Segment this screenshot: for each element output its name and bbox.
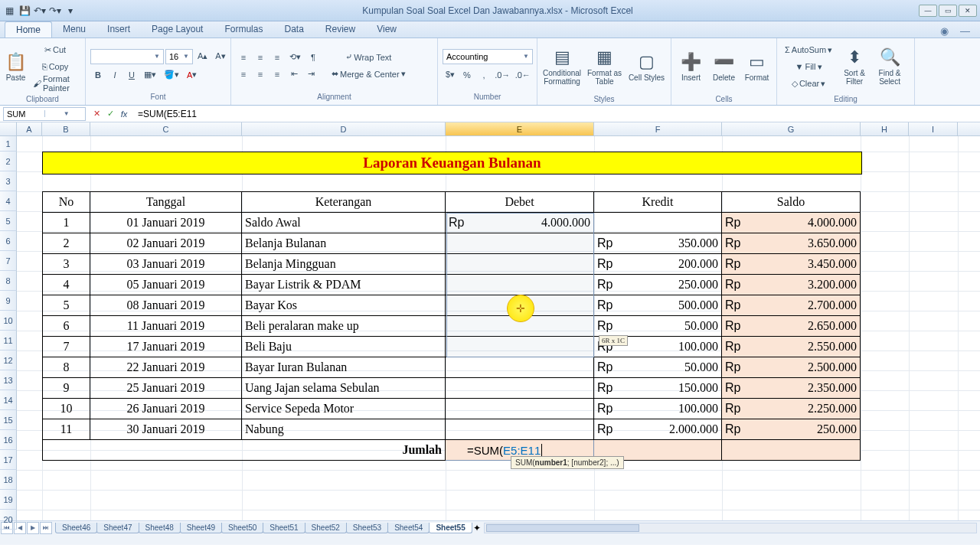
row-header-12[interactable]: 12 bbox=[0, 350, 17, 370]
cell[interactable]: 01 Januari 2019 bbox=[90, 213, 242, 233]
table-row[interactable]: 101 Januari 2019Saldo AwalRp4.000.000Rp4… bbox=[43, 213, 861, 233]
cell[interactable]: Rp50.000 bbox=[594, 316, 722, 337]
data-table[interactable]: NoTanggalKeteranganDebetKreditSaldo101 J… bbox=[42, 191, 861, 461]
cell[interactable]: 22 Januari 2019 bbox=[90, 357, 242, 378]
sheet-tab-sheet55[interactable]: Sheet55 bbox=[429, 523, 472, 533]
cell[interactable] bbox=[594, 213, 722, 233]
row-header-14[interactable]: 14 bbox=[0, 390, 17, 410]
cell[interactable]: 8 bbox=[43, 357, 90, 378]
indent-increase-button[interactable]: ⇥ bbox=[303, 67, 318, 82]
align-top-button[interactable]: ≡ bbox=[236, 50, 251, 65]
cell[interactable]: Beli peralaran make up bbox=[242, 316, 446, 337]
cell[interactable]: 5 bbox=[43, 295, 90, 316]
column-header-F[interactable]: F bbox=[594, 122, 722, 135]
cell[interactable]: 08 Januari 2019 bbox=[90, 295, 242, 316]
cell[interactable]: Uang Jajan selama Sebulan bbox=[242, 378, 446, 399]
sort-filter-button[interactable]: ⬍Sort & Filter bbox=[838, 41, 871, 92]
row-header-6[interactable]: 6 bbox=[0, 231, 17, 251]
sheet-tab-sheet52[interactable]: Sheet52 bbox=[305, 523, 347, 533]
column-header-G[interactable]: G bbox=[722, 122, 861, 135]
cancel-formula-icon[interactable]: ✕ bbox=[90, 108, 103, 120]
align-center-button[interactable]: ≡ bbox=[253, 67, 268, 82]
cell[interactable]: 11 Januari 2019 bbox=[90, 316, 242, 337]
cell[interactable]: Belanja Bulanan bbox=[242, 233, 446, 254]
cell[interactable]: 25 Januari 2019 bbox=[90, 378, 242, 399]
align-left-button[interactable]: ≡ bbox=[236, 67, 251, 82]
ribbon-tab-insert[interactable]: Insert bbox=[96, 21, 141, 37]
cell[interactable] bbox=[446, 399, 594, 419]
name-box-dropdown-icon[interactable]: ▼ bbox=[44, 110, 86, 117]
paste-button[interactable]: 📋Paste bbox=[5, 41, 27, 92]
row-header-20[interactable]: 20 bbox=[0, 510, 17, 530]
table-row[interactable]: 822 Januari 2019Bayar Iuran BulananRp50.… bbox=[43, 357, 861, 378]
cell[interactable]: Nabung bbox=[242, 419, 446, 440]
cell[interactable] bbox=[446, 378, 594, 399]
cell[interactable]: 7 bbox=[43, 337, 90, 357]
tab-nav-next[interactable]: ▶ bbox=[27, 522, 39, 534]
cell[interactable]: Rp2.250.000 bbox=[722, 399, 861, 419]
cell[interactable] bbox=[446, 316, 594, 337]
autosum-button[interactable]: Σ AutoSum ▾ bbox=[782, 42, 835, 57]
header-kredit[interactable]: Kredit bbox=[594, 192, 722, 213]
column-header-A[interactable]: A bbox=[17, 122, 42, 135]
ribbon-tab-data[interactable]: Data bbox=[273, 21, 314, 37]
sheet-tab-sheet49[interactable]: Sheet49 bbox=[180, 523, 222, 533]
cell[interactable]: Saldo Awal bbox=[242, 213, 446, 233]
cell[interactable]: Rp3.450.000 bbox=[722, 254, 861, 275]
cell[interactable]: Rp200.000 bbox=[594, 254, 722, 275]
copy-button[interactable]: ⎘ Copy bbox=[30, 59, 80, 74]
cell[interactable]: Bayar Listrik & PDAM bbox=[242, 275, 446, 295]
row-headers[interactable]: 1234567891011121314151617181920 bbox=[0, 136, 17, 520]
new-sheet-button[interactable]: ✦ bbox=[473, 523, 481, 533]
cell[interactable] bbox=[446, 295, 594, 316]
cell[interactable]: Rp50.000 bbox=[594, 357, 722, 378]
cell[interactable]: Rp2.350.000 bbox=[722, 378, 861, 399]
column-header-H[interactable]: H bbox=[861, 122, 909, 135]
header-tanggal[interactable]: Tanggal bbox=[90, 192, 242, 213]
cell[interactable] bbox=[446, 357, 594, 378]
table-row[interactable]: 611 Januari 2019Beli peralaran make upRp… bbox=[43, 316, 861, 337]
bold-button[interactable]: B bbox=[90, 67, 106, 83]
ribbon-tab-menu[interactable]: Menu bbox=[52, 21, 96, 37]
number-format-select[interactable]: Accounting▼ bbox=[443, 49, 533, 64]
row-header-13[interactable]: 13 bbox=[0, 370, 17, 390]
text-direction-button[interactable]: ¶ bbox=[305, 50, 321, 65]
column-header-E[interactable]: E bbox=[446, 122, 594, 135]
table-row[interactable]: 1026 Januari 2019Service Sepeda MotorRp1… bbox=[43, 399, 861, 419]
row-header-19[interactable]: 19 bbox=[0, 490, 17, 510]
row-header-8[interactable]: 8 bbox=[0, 271, 17, 291]
cell[interactable]: Bayar Iuran Bulanan bbox=[242, 357, 446, 378]
cell[interactable]: Rp4.000.000 bbox=[446, 213, 594, 233]
ribbon-tab-page-layout[interactable]: Page Layout bbox=[141, 21, 214, 37]
format-painter-button[interactable]: 🖌 Format Painter bbox=[30, 76, 80, 91]
row-header-7[interactable]: 7 bbox=[0, 251, 17, 271]
row-header-2[interactable]: 2 bbox=[0, 152, 17, 171]
ribbon-tab-formulas[interactable]: Formulas bbox=[214, 21, 273, 37]
merge-center-button[interactable]: ⬌ Merge & Center ▾ bbox=[328, 67, 409, 82]
underline-button[interactable]: U bbox=[124, 67, 139, 83]
sheet-tab-sheet46[interactable]: Sheet46 bbox=[55, 523, 97, 533]
cell[interactable] bbox=[446, 254, 594, 275]
table-row[interactable]: 925 Januari 2019Uang Jajan selama Sebula… bbox=[43, 378, 861, 399]
cell[interactable]: Rp2.700.000 bbox=[722, 295, 861, 316]
total-row[interactable]: Jumlah=SUM(E5:E11 bbox=[43, 440, 861, 461]
row-header-4[interactable]: 4 bbox=[0, 191, 17, 211]
save-icon[interactable]: 💾 bbox=[18, 5, 31, 17]
fill-color-button[interactable]: 🪣▾ bbox=[161, 67, 182, 83]
font-color-button[interactable]: A▾ bbox=[184, 67, 200, 83]
cell[interactable]: Rp2.650.000 bbox=[722, 316, 861, 337]
sheet-tab-sheet47[interactable]: Sheet47 bbox=[96, 523, 139, 533]
decrease-decimal-button[interactable]: .0← bbox=[514, 67, 533, 83]
align-right-button[interactable]: ≡ bbox=[270, 67, 285, 82]
percent-button[interactable]: % bbox=[459, 67, 475, 83]
align-bottom-button[interactable]: ≡ bbox=[270, 50, 285, 65]
minimize-button[interactable]: — bbox=[919, 5, 937, 17]
header-keterangan[interactable]: Keterangan bbox=[242, 192, 446, 213]
cell[interactable]: 17 Januari 2019 bbox=[90, 337, 242, 357]
close-button[interactable]: ✕ bbox=[959, 5, 977, 17]
indent-decrease-button[interactable]: ⇤ bbox=[286, 67, 302, 82]
header-debet[interactable]: Debet bbox=[446, 192, 594, 213]
total-saldo-cell[interactable] bbox=[722, 440, 861, 461]
column-header-C[interactable]: C bbox=[90, 122, 242, 135]
redo-icon[interactable]: ↷▾ bbox=[49, 5, 61, 17]
